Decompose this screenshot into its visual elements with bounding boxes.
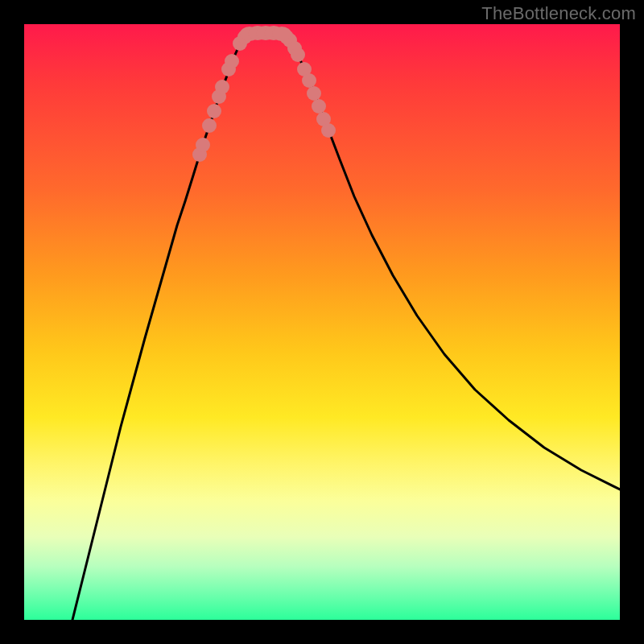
credit-label: TheBottleneck.com: [481, 3, 636, 24]
data-marker: [302, 73, 316, 88]
data-marker: [202, 118, 217, 133]
data-marker: [207, 104, 221, 118]
data-marker: [321, 123, 336, 138]
data-marker: [291, 47, 305, 62]
plot-area: [24, 24, 620, 620]
chart-frame: TheBottleneck.com: [0, 0, 644, 644]
data-marker: [215, 80, 229, 94]
data-marker: [272, 27, 291, 41]
curve-path: [72, 33, 620, 620]
data-marker: [196, 138, 210, 152]
data-marker: [307, 86, 321, 101]
bottleneck-curve-chart: [24, 24, 620, 620]
data-marker: [312, 99, 326, 114]
data-marker: [225, 54, 239, 68]
